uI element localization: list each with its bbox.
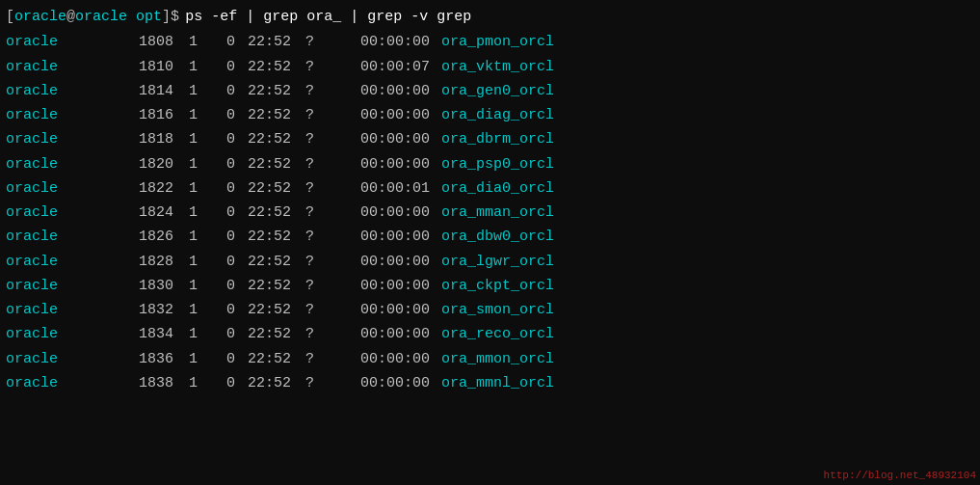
col-cmd: ora_lgwr_orcl <box>441 251 554 273</box>
table-row: oracle 1830 1 0 22:52 ? 00:00:00 ora_ckp… <box>0 274 980 298</box>
col-c: 0 <box>218 372 239 394</box>
col-tty: ? <box>297 226 345 248</box>
col-cmd: ora_dbrm_orcl <box>441 128 554 150</box>
col-cmd: ora_reco_orcl <box>441 323 554 345</box>
col-pid: 1814 <box>112 80 189 102</box>
col-c: 0 <box>218 299 239 321</box>
col-ppid: 1 <box>189 251 218 273</box>
col-user: oracle <box>6 104 112 126</box>
col-stime: 22:52 <box>239 153 297 175</box>
col-stime: 22:52 <box>239 348 297 370</box>
col-c: 0 <box>218 323 239 345</box>
col-pid: 1822 <box>112 177 189 200</box>
table-row: oracle 1818 1 0 22:52 ? 00:00:00 ora_dbr… <box>0 127 980 151</box>
col-ppid: 1 <box>189 56 218 78</box>
col-ppid: 1 <box>189 153 218 175</box>
col-ppid: 1 <box>189 299 218 321</box>
col-ppid: 1 <box>189 226 218 248</box>
col-c: 0 <box>218 31 239 53</box>
prompt-user: oracle <box>14 6 66 28</box>
col-c: 0 <box>218 153 239 175</box>
col-cmd: ora_gen0_orcl <box>441 80 554 102</box>
col-tty: ? <box>297 153 345 175</box>
col-time: 00:00:00 <box>345 31 441 53</box>
col-time: 00:00:00 <box>345 251 441 273</box>
col-stime: 22:52 <box>239 275 297 297</box>
col-stime: 22:52 <box>239 251 297 273</box>
table-row: oracle 1824 1 0 22:52 ? 00:00:00 ora_mma… <box>0 201 980 225</box>
prompt-dir: opt <box>127 6 162 28</box>
col-tty: ? <box>297 80 345 102</box>
col-stime: 22:52 <box>239 177 297 200</box>
table-row: oracle 1816 1 0 22:52 ? 00:00:00 ora_dia… <box>0 103 980 127</box>
table-row: oracle 1836 1 0 22:52 ? 00:00:00 ora_mmo… <box>0 347 980 371</box>
col-time: 00:00:00 <box>345 202 441 224</box>
col-cmd: ora_diag_orcl <box>441 104 554 126</box>
table-row: oracle 1820 1 0 22:52 ? 00:00:00 ora_psp… <box>0 152 980 176</box>
col-time: 00:00:00 <box>345 323 441 345</box>
col-tty: ? <box>297 56 345 78</box>
col-stime: 22:52 <box>239 80 297 102</box>
col-ppid: 1 <box>189 372 218 394</box>
col-user: oracle <box>6 299 112 321</box>
col-user: oracle <box>6 348 112 370</box>
col-time: 00:00:07 <box>345 56 441 78</box>
col-stime: 22:52 <box>239 226 297 248</box>
table-row: oracle 1826 1 0 22:52 ? 00:00:00 ora_dbw… <box>0 225 980 249</box>
col-ppid: 1 <box>189 31 218 53</box>
col-time: 00:00:00 <box>345 299 441 321</box>
watermark: http://blog.net_48932104 <box>824 470 976 481</box>
prompt-bracket-close: ] <box>162 6 171 28</box>
col-user: oracle <box>6 153 112 175</box>
col-time: 00:00:00 <box>345 372 441 394</box>
col-pid: 1832 <box>112 299 189 321</box>
prompt-at: @ <box>66 6 75 28</box>
col-stime: 22:52 <box>239 31 297 53</box>
col-pid: 1826 <box>112 226 189 248</box>
col-c: 0 <box>218 251 239 273</box>
table-row: oracle 1838 1 0 22:52 ? 00:00:00 ora_mmn… <box>0 371 980 395</box>
col-pid: 1810 <box>112 56 189 78</box>
col-pid: 1824 <box>112 202 189 224</box>
col-pid: 1834 <box>112 323 189 345</box>
table-row: oracle 1834 1 0 22:52 ? 00:00:00 ora_rec… <box>0 322 980 346</box>
col-pid: 1838 <box>112 372 189 394</box>
col-time: 00:00:00 <box>345 128 441 150</box>
col-cmd: ora_mmnl_orcl <box>441 372 554 394</box>
col-user: oracle <box>6 251 112 273</box>
col-cmd: ora_vktm_orcl <box>441 56 554 78</box>
col-tty: ? <box>297 202 345 224</box>
col-cmd: ora_mman_orcl <box>441 202 554 224</box>
col-time: 00:00:00 <box>345 275 441 297</box>
col-pid: 1816 <box>112 104 189 126</box>
col-stime: 22:52 <box>239 202 297 224</box>
col-pid: 1808 <box>112 31 189 53</box>
col-pid: 1828 <box>112 251 189 273</box>
col-c: 0 <box>218 56 239 78</box>
col-cmd: ora_dia0_orcl <box>441 177 554 200</box>
table-row: oracle 1810 1 0 22:52 ? 00:00:07 ora_vkt… <box>0 55 980 79</box>
table-row: oracle 1828 1 0 22:52 ? 00:00:00 ora_lgw… <box>0 250 980 274</box>
col-c: 0 <box>218 275 239 297</box>
col-ppid: 1 <box>189 323 218 345</box>
col-tty: ? <box>297 177 345 200</box>
prompt-command[interactable]: ps -ef | grep ora_ | grep -v grep <box>185 6 471 28</box>
col-stime: 22:52 <box>239 299 297 321</box>
col-pid: 1836 <box>112 348 189 370</box>
col-pid: 1820 <box>112 153 189 175</box>
col-stime: 22:52 <box>239 372 297 394</box>
col-ppid: 1 <box>189 275 218 297</box>
col-ppid: 1 <box>189 202 218 224</box>
col-ppid: 1 <box>189 177 218 200</box>
prompt-line: [ oracle @ oracle opt ] $ ps -ef | grep … <box>0 4 980 30</box>
col-time: 00:00:00 <box>345 104 441 126</box>
table-row: oracle 1822 1 0 22:52 ? 00:00:01 ora_dia… <box>0 176 980 201</box>
col-cmd: ora_pmon_orcl <box>441 31 554 53</box>
col-tty: ? <box>297 275 345 297</box>
col-tty: ? <box>297 372 345 394</box>
col-pid: 1818 <box>112 128 189 150</box>
col-stime: 22:52 <box>239 56 297 78</box>
col-tty: ? <box>297 323 345 345</box>
col-time: 00:00:00 <box>345 80 441 102</box>
col-ppid: 1 <box>189 128 218 150</box>
